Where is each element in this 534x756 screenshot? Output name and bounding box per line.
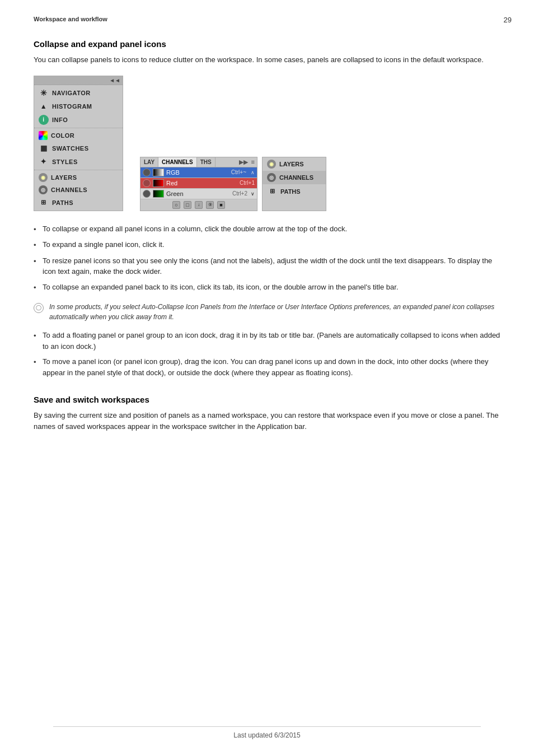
footer-btn-2[interactable]: □ xyxy=(184,201,191,209)
bullet-item-2: • To expand a single panel icon, click i… xyxy=(34,239,500,251)
color-icon xyxy=(39,131,48,140)
dock-item-histogram: ▲ HISTOGRAM xyxy=(34,100,123,113)
bullet-item-1: • To collapse or expand all panel icons … xyxy=(34,223,500,235)
channel-row-red: Red Ctrl+1 xyxy=(140,178,257,189)
dock-item-info: i INFO xyxy=(34,113,123,127)
screenshots-row: ◄◄ ✳ NAVIGATOR ▲ HISTOGRAM i INFO xyxy=(34,76,500,211)
right-paths-label: PATHS xyxy=(280,188,301,195)
channels-tabs-bar: LAY CHANNELS THS ▶▶ ≡ xyxy=(140,157,257,167)
channel-thumb-green xyxy=(153,190,164,198)
bullet-item-5: • To add a floating panel or panel group… xyxy=(34,330,500,352)
bullet-item-3: • To resize panel icons so that you see … xyxy=(34,255,500,277)
right-layers-icon: ◉ xyxy=(267,160,276,169)
dock-section-1: ✳ NAVIGATOR ▲ HISTOGRAM i INFO xyxy=(34,85,123,128)
info-icon: i xyxy=(39,115,49,125)
footer-text: Last updated 6/3/2015 xyxy=(233,731,300,739)
channel-shortcut-green: Ctrl+2 xyxy=(232,190,247,197)
channel-thumb-rgb xyxy=(153,169,164,176)
footer-btn-5[interactable]: ■ xyxy=(217,201,225,209)
channel-name-red: Red xyxy=(166,180,237,186)
navigator-icon: ✳ xyxy=(39,88,49,98)
eye-icon-red xyxy=(143,179,151,187)
eye-icon-rgb xyxy=(143,169,151,176)
breadcrumb: Workspace and workflow xyxy=(34,16,107,22)
dock-item-layers: ◉ LAYERS xyxy=(34,171,123,184)
footer-btn-1[interactable]: ○ xyxy=(172,201,180,209)
scroll-indicator: ∧ xyxy=(251,170,255,175)
channel-row-rgb: RGB Ctrl+~ ∧ xyxy=(140,167,257,178)
right-channels-label: CHANNELS xyxy=(279,174,313,181)
dock-item-color: COLOR xyxy=(34,129,123,142)
right-panels-area: LAY CHANNELS THS ▶▶ ≡ RGB Ctrl+~ ∧ xyxy=(140,157,326,211)
channel-name-green: Green xyxy=(166,190,230,197)
channel-name-rgb: RGB xyxy=(166,169,229,176)
page-number: 29 xyxy=(504,16,512,24)
bullet-item-6: • To move a panel icon (or panel icon gr… xyxy=(34,356,500,378)
dock-item-styles: ✦ STYLES xyxy=(34,155,123,169)
right-dock-paths: ⊞ PATHS xyxy=(263,184,326,199)
channel-thumb-red xyxy=(153,179,164,187)
right-channels-icon: ◎ xyxy=(267,173,276,182)
channels-icon: ◎ xyxy=(39,185,48,194)
dock-item-channels: ◎ CHANNELS xyxy=(34,184,123,196)
layers-icon: ◉ xyxy=(39,173,48,182)
bullet-list-1: • To collapse or expand all panel icons … xyxy=(34,223,500,293)
bullet-item-4: • To collapse an expanded panel back to … xyxy=(34,282,500,293)
right-dock-channels: ◎ CHANNELS xyxy=(263,171,326,184)
note-box: ◯ In some products, if you select Auto-C… xyxy=(34,302,500,322)
footer-btn-3[interactable]: ↓ xyxy=(195,201,203,209)
dock-section-3: ◉ LAYERS ◎ CHANNELS ⊞ PATHS xyxy=(34,170,123,211)
note-icon: ◯ xyxy=(34,303,44,313)
bullet-list-2: • To add a floating panel or panel group… xyxy=(34,330,500,378)
tab-lay[interactable]: LAY xyxy=(140,157,158,167)
footer: Last updated 6/3/2015 xyxy=(0,726,534,739)
right-panel-dock: ◉ LAYERS ◎ CHANNELS ⊞ PATHS xyxy=(262,157,326,211)
dock-item-navigator: ✳ NAVIGATOR xyxy=(34,86,123,100)
swatches-icon: ▦ xyxy=(39,143,49,153)
section2-intro: By saving the current size and position … xyxy=(34,410,500,432)
section1-intro: You can collapse panels to icons to redu… xyxy=(34,54,500,66)
section2: Save and switch workspaces By saving the… xyxy=(34,395,500,432)
tab-channels[interactable]: CHANNELS xyxy=(158,157,197,167)
panel-dock-left: ◄◄ ✳ NAVIGATOR ▲ HISTOGRAM i INFO xyxy=(34,76,123,211)
eye-icon-green xyxy=(143,190,151,198)
footer-btn-4[interactable]: ⑨ xyxy=(206,201,214,209)
tab-ths[interactable]: THS xyxy=(197,157,216,167)
right-dock-layers: ◉ LAYERS xyxy=(263,157,326,171)
scroll-down: ∨ xyxy=(251,191,255,197)
tab-arrows[interactable]: ▶▶ ≡ xyxy=(237,157,257,167)
channel-shortcut-rgb: Ctrl+~ xyxy=(231,169,246,175)
channel-row-green: Green Ctrl+2 ∨ xyxy=(140,189,257,199)
dock-item-paths: ⊞ PATHS xyxy=(34,196,123,209)
dock-section-2: COLOR ▦ SWATCHES ✦ STYLES xyxy=(34,128,123,170)
dock-header: ◄◄ xyxy=(34,76,123,85)
section2-title: Save and switch workspaces xyxy=(34,395,500,404)
channel-shortcut-red: Ctrl+1 xyxy=(240,180,255,186)
channels-footer: ○ □ ↓ ⑨ ■ xyxy=(140,199,257,211)
styles-icon: ✦ xyxy=(39,157,49,167)
right-paths-icon: ⊞ xyxy=(267,186,277,197)
dock-item-swatches: ▦ SWATCHES xyxy=(34,142,123,155)
channels-panel-expanded: LAY CHANNELS THS ▶▶ ≡ RGB Ctrl+~ ∧ xyxy=(140,157,257,211)
right-layers-label: LAYERS xyxy=(279,161,304,167)
histogram-icon: ▲ xyxy=(39,101,49,111)
section1-title: Collapse and expand panel icons xyxy=(34,39,500,49)
paths-icon: ⊞ xyxy=(39,198,49,208)
